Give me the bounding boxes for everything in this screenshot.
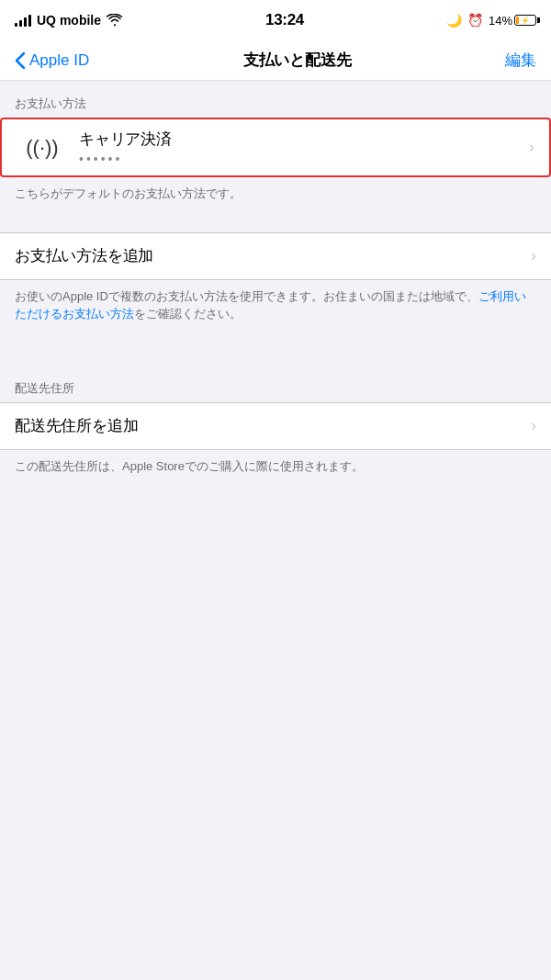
- default-payment-note: こちらがデフォルトのお支払い方法です。: [0, 177, 551, 218]
- add-shipping-label: 配送先住所を追加: [15, 415, 523, 436]
- edit-button[interactable]: 編集: [505, 50, 536, 71]
- wifi-icon: [107, 14, 123, 27]
- back-label: Apple ID: [29, 51, 89, 70]
- carrier-name: UQ mobile: [37, 13, 101, 28]
- battery-bolt-icon: ⚡: [521, 17, 530, 25]
- status-bar: UQ mobile 13:24 🌙 ⏰ 14% ⚡: [0, 0, 551, 40]
- shipping-footer-text: この配送先住所は、Apple Storeでのご購入に際に使用されます。: [0, 450, 551, 490]
- carrier-payment-content: キャリア決済 ••••••: [79, 119, 522, 175]
- navigation-bar: Apple ID 支払いと配送先 編集: [0, 40, 551, 81]
- add-payment-label: お支払い方法を追加: [15, 245, 523, 266]
- payment-section-label: お支払い方法: [0, 81, 551, 118]
- signal-bars-icon: [15, 14, 31, 27]
- battery-level: [516, 17, 519, 24]
- payment-info-suffix: をご確認ください。: [134, 307, 242, 321]
- back-button[interactable]: Apple ID: [15, 51, 89, 70]
- battery-icon: ⚡: [514, 15, 536, 26]
- carrier-payment-icon: ((·)): [17, 128, 68, 168]
- status-right: 🌙 ⏰ 14% ⚡: [446, 13, 536, 28]
- payment-info-prefix: お使いのApple IDで複数のお支払い方法を使用できます。お住まいの国または地…: [15, 289, 478, 303]
- carrier-payment-subtitle: ••••••: [79, 152, 522, 166]
- add-shipping-section: 配送先住所を追加 ›: [0, 402, 551, 450]
- status-left: UQ mobile: [15, 13, 123, 28]
- battery-percent: 14%: [489, 14, 512, 28]
- chevron-right-icon: ›: [529, 138, 534, 157]
- shipping-section-label: 配送先住所: [0, 366, 551, 402]
- add-shipping-row[interactable]: 配送先住所を追加 ›: [0, 403, 551, 449]
- carrier-payment-row[interactable]: ((·)) キャリア決済 •••••• ›: [0, 118, 551, 177]
- add-payment-section: お支払い方法を追加 ›: [0, 232, 551, 280]
- status-time: 13:24: [265, 11, 304, 29]
- payment-info-text: お使いのApple IDで複数のお支払い方法を使用できます。お住まいの国または地…: [0, 280, 551, 338]
- carrier-payment-name: キャリア決済: [79, 129, 522, 150]
- chevron-right-icon: ›: [531, 416, 536, 435]
- radio-wave-icon: ((·)): [26, 136, 58, 160]
- add-payment-row[interactable]: お支払い方法を追加 ›: [0, 233, 551, 279]
- moon-icon: 🌙: [446, 13, 462, 28]
- page-title: 支払いと配送先: [243, 50, 352, 71]
- alarm-icon: ⏰: [467, 13, 483, 28]
- chevron-right-icon: ›: [531, 246, 536, 265]
- battery-container: 14% ⚡: [489, 14, 536, 28]
